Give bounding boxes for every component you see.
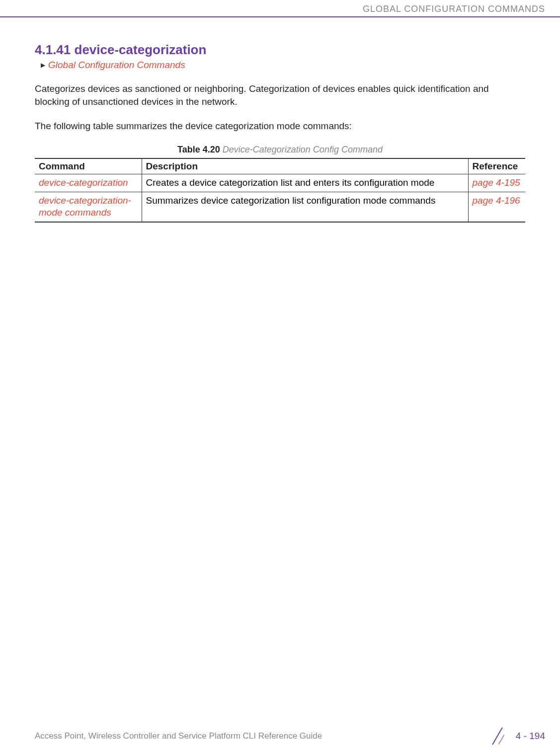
table-header-row: Command Description Reference xyxy=(35,158,525,174)
header-divider xyxy=(0,16,560,17)
table-row: device-categorization Creates a device c… xyxy=(35,174,525,192)
header-description: Description xyxy=(142,158,468,174)
cell-reference: page 4-196 xyxy=(468,192,525,222)
reference-link[interactable]: page 4-196 xyxy=(473,195,520,206)
footer: Access Point, Wireless Controller and Se… xyxy=(0,728,560,744)
main-content: 4.1.41 device-categorization ▶ Global Co… xyxy=(0,42,560,223)
breadcrumb-link[interactable]: Global Configuration Commands xyxy=(48,60,185,71)
cell-reference: page 4-195 xyxy=(468,174,525,192)
table-number: Table 4.20 xyxy=(177,145,220,154)
section-title: 4.1.41 device-categorization xyxy=(35,42,525,58)
table-row: device-categorization-mode commands Summ… xyxy=(35,192,525,222)
slash-icon xyxy=(490,728,506,744)
intro-paragraph-1: Categorizes devices as sanctioned or nei… xyxy=(35,82,525,108)
command-link[interactable]: device-categorization xyxy=(39,177,128,188)
cell-description: Summarizes device categorization list co… xyxy=(142,192,468,222)
table-title: Device-Categorization Config Command xyxy=(220,145,383,154)
page-number: 4 - 194 xyxy=(516,731,545,742)
intro-paragraph-2: The following table summarizes the devic… xyxy=(35,120,525,133)
header-command: Command xyxy=(35,158,142,174)
header-reference: Reference xyxy=(468,158,525,174)
table-caption: Table 4.20 Device-Categorization Config … xyxy=(35,145,525,155)
command-link[interactable]: device-categorization-mode commands xyxy=(39,195,131,218)
breadcrumb: ▶ Global Configuration Commands xyxy=(41,60,525,71)
cell-command: device-categorization-mode commands xyxy=(35,192,142,222)
footer-right: 4 - 194 xyxy=(490,728,545,744)
reference-link[interactable]: page 4-195 xyxy=(473,177,520,188)
triangle-right-icon: ▶ xyxy=(41,62,45,69)
cell-command: device-categorization xyxy=(35,174,142,192)
command-table: Command Description Reference device-cat… xyxy=(35,158,525,223)
cell-description: Creates a device categorization list and… xyxy=(142,174,468,192)
footer-title: Access Point, Wireless Controller and Se… xyxy=(35,731,322,741)
header-text: GLOBAL CONFIGURATION COMMANDS xyxy=(0,0,560,16)
